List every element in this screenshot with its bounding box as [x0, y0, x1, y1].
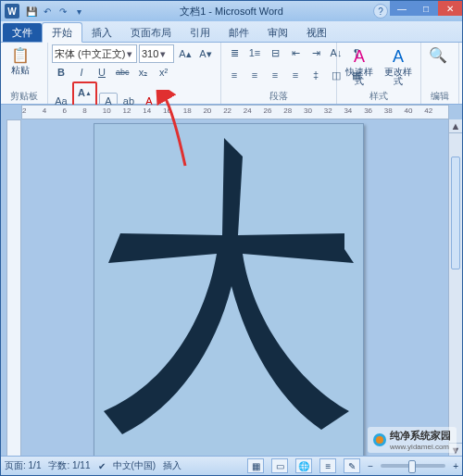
bold-button[interactable]: B	[52, 64, 70, 81]
group-editing-label: 编辑	[425, 89, 455, 104]
tab-view[interactable]: 视图	[297, 23, 336, 42]
shrink-font-button[interactable]: A▾	[196, 45, 215, 62]
view-web-button[interactable]: 🌐	[295, 458, 312, 473]
ruler-tick: 16	[163, 106, 171, 115]
vertical-ruler[interactable]	[6, 119, 21, 457]
find-icon: 🔍	[428, 44, 448, 65]
ruler-tick: 30	[304, 106, 312, 115]
group-styles-label: 样式	[341, 89, 417, 104]
group-clipboard-label: 剪贴板	[5, 89, 44, 104]
font-name-value: 宋体 (中文正文)	[55, 47, 125, 61]
document-page[interactable]	[94, 123, 364, 457]
zoom-slider-knob[interactable]	[408, 460, 416, 473]
ruler-tick: 36	[364, 106, 372, 115]
quick-styles-label: 快速样式	[343, 68, 376, 86]
underline-button[interactable]: U	[93, 64, 111, 81]
tab-references[interactable]: 引用	[181, 23, 219, 42]
close-button[interactable]: ✕	[438, 1, 462, 16]
decrease-indent-button[interactable]: ⇤	[286, 44, 305, 61]
group-font: 宋体 (中文正文)▾ 310▾ A▴ A▾ B I U abc x₂ x² Aa…	[48, 43, 221, 104]
group-editing: 🔍 编辑	[421, 43, 459, 104]
group-styles: A 快速样式 A 更改样式 样式	[337, 43, 421, 104]
view-print-layout-button[interactable]: ▦	[247, 458, 264, 473]
app-window: W 💾 ↶ ↷ ▾ 文档1 - Microsoft Word ? — □ ✕ 文…	[0, 0, 463, 476]
watermark-text: 纯净系统家园 www.yidamei.com	[390, 429, 451, 451]
tab-mailings[interactable]: 邮件	[219, 23, 258, 42]
ruler-tick: 20	[203, 106, 211, 115]
quick-access-toolbar: 💾 ↶ ↷ ▾	[25, 5, 85, 18]
ruler-tick: 4	[43, 106, 46, 115]
status-spellcheck-icon[interactable]: ✔	[98, 461, 106, 471]
document-glyph	[104, 124, 354, 439]
grow-font-button[interactable]: A▴	[176, 45, 194, 62]
document-workspace: 24681012141618202224262830323436384042 ▲…	[1, 105, 462, 457]
strikethrough-button[interactable]: abc	[113, 64, 132, 81]
qat-customize-icon[interactable]: ▾	[72, 5, 85, 18]
font-name-combo[interactable]: 宋体 (中文正文)▾	[52, 44, 137, 63]
ribbon: 📋 粘贴 剪贴板 宋体 (中文正文)▾ 310▾ A▴ A▾ B I U	[1, 43, 462, 105]
qat-undo-icon[interactable]: ↶	[41, 5, 54, 18]
status-bar: 页面: 1/1 字数: 1/11 ✔ 中文(中国) 插入 ▦ ▭ 🌐 ≡ ✎ −…	[1, 456, 462, 475]
change-styles-icon: A	[388, 46, 408, 67]
group-paragraph: ≣ 1≡ ⊟ ⇤ ⇥ A↓ ¶ ≡ ≡ ≡ ≡ ‡ ◫ ▦ 段落	[221, 43, 337, 104]
app-icon: W	[5, 4, 19, 19]
tab-file[interactable]: 文件	[3, 23, 42, 42]
view-outline-button[interactable]: ≡	[319, 458, 336, 473]
status-word-count[interactable]: 字数: 1/11	[48, 459, 90, 472]
zoom-out-button[interactable]: −	[368, 461, 373, 471]
maximize-button[interactable]: □	[414, 1, 438, 16]
align-center-button[interactable]: ≡	[245, 67, 264, 83]
numbering-button[interactable]: 1≡	[245, 44, 264, 61]
ribbon-tabs: 文件 开始 插入 页面布局 引用 邮件 审阅 视图	[1, 21, 462, 43]
grow-font-large-button[interactable]: A▲	[75, 84, 94, 101]
align-right-button[interactable]: ≡	[266, 67, 284, 83]
zoom-in-button[interactable]: +	[453, 461, 458, 471]
minimize-button[interactable]: —	[390, 1, 414, 16]
view-fullscreen-button[interactable]: ▭	[271, 458, 288, 473]
status-page[interactable]: 页面: 1/1	[5, 459, 41, 472]
editing-button[interactable]: 🔍	[425, 44, 451, 65]
bullets-button[interactable]: ≣	[225, 44, 244, 61]
ruler-tick: 2	[22, 106, 26, 115]
subscript-button[interactable]: x₂	[134, 64, 153, 81]
change-styles-label: 更改样式	[382, 68, 415, 86]
qat-redo-icon[interactable]: ↷	[56, 5, 69, 18]
ruler-tick: 40	[405, 106, 413, 115]
multilevel-list-button[interactable]: ⊟	[266, 44, 284, 61]
scroll-thumb[interactable]	[451, 157, 460, 269]
vertical-scrollbar[interactable]: ▲ ▼	[448, 119, 462, 457]
zoom-slider[interactable]	[381, 464, 445, 468]
paste-label: 粘贴	[11, 66, 30, 75]
view-draft-button[interactable]: ✎	[344, 458, 360, 473]
chevron-down-icon: ▾	[127, 48, 132, 60]
justify-button[interactable]: ≡	[286, 67, 305, 83]
chevron-down-icon: ▾	[160, 48, 166, 60]
increase-indent-button[interactable]: ⇥	[307, 44, 325, 61]
quick-styles-button[interactable]: A 快速样式	[343, 46, 376, 86]
ruler-tick: 8	[82, 106, 86, 115]
font-size-combo[interactable]: 310▾	[139, 44, 174, 63]
tab-home[interactable]: 开始	[42, 22, 82, 43]
ruler-tick: 22	[223, 106, 232, 115]
font-size-value: 310	[142, 48, 158, 59]
status-insert-mode[interactable]: 插入	[163, 459, 181, 472]
align-left-button[interactable]: ≡	[225, 67, 244, 83]
superscript-button[interactable]: x²	[155, 64, 173, 81]
ruler-tick: 14	[143, 106, 151, 115]
tab-page-layout[interactable]: 页面布局	[121, 23, 181, 42]
ruler-tick: 6	[62, 106, 66, 115]
scroll-up-button[interactable]: ▲	[449, 119, 462, 133]
horizontal-ruler[interactable]: 24681012141618202224262830323436384042	[21, 105, 449, 119]
tab-insert[interactable]: 插入	[82, 23, 121, 42]
change-styles-button[interactable]: A 更改样式	[382, 46, 415, 86]
tab-review[interactable]: 审阅	[258, 23, 297, 42]
paste-icon: 📋	[10, 44, 31, 65]
group-clipboard: 📋 粘贴 剪贴板	[1, 43, 48, 104]
paste-button[interactable]: 📋 粘贴	[5, 44, 36, 75]
window-controls: — □ ✕	[390, 1, 462, 16]
help-icon[interactable]: ?	[373, 4, 388, 19]
line-spacing-button[interactable]: ‡	[307, 67, 325, 83]
qat-save-icon[interactable]: 💾	[25, 5, 38, 18]
italic-button[interactable]: I	[72, 64, 91, 81]
status-language[interactable]: 中文(中国)	[113, 459, 156, 472]
